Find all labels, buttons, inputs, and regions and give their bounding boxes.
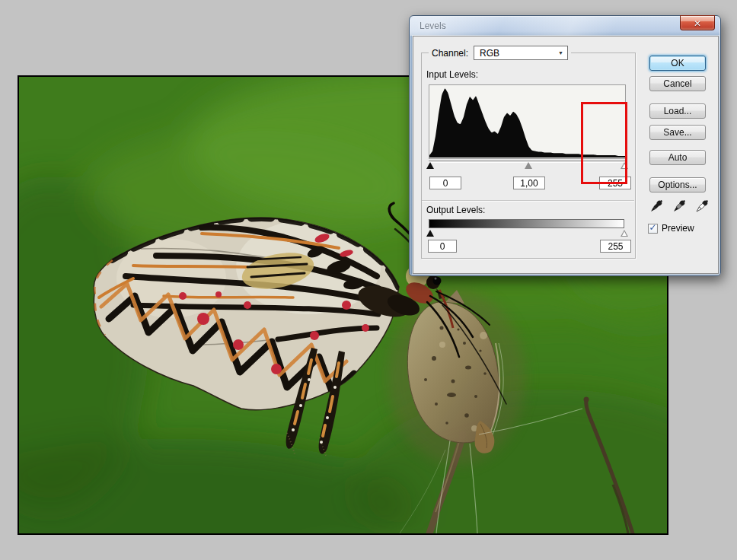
histogram-chart [429, 84, 625, 158]
channel-row: Channel: RGB ▼ [429, 46, 571, 60]
levels-dialog: Levels ✕ Channel: RGB ▼ Input Levels: [409, 15, 721, 276]
cancel-button[interactable]: Cancel [649, 76, 706, 91]
check-icon: ✓ [649, 222, 656, 233]
dialog-body: Channel: RGB ▼ Input Levels: Output Le [413, 36, 719, 274]
chevron-down-icon: ▼ [558, 50, 563, 56]
output-highlight-field[interactable] [600, 240, 631, 253]
ok-button[interactable]: OK [649, 56, 706, 71]
input-midtone-slider[interactable] [525, 162, 532, 169]
preview-label: Preview [662, 223, 694, 234]
input-shadow-field[interactable] [429, 177, 461, 189]
dialog-title: Levels [420, 21, 446, 31]
input-highlight-field[interactable] [599, 177, 631, 189]
preview-control: ✓ Preview [648, 223, 694, 234]
close-button[interactable]: ✕ [680, 15, 715, 30]
close-icon: ✕ [694, 17, 701, 30]
output-black-slider[interactable] [426, 230, 434, 237]
channel-value: RGB [480, 48, 499, 59]
white-point-eyedropper-icon[interactable] [694, 198, 710, 215]
dialog-titlebar[interactable]: Levels [410, 17, 719, 36]
input-highlight-slider[interactable] [621, 162, 628, 169]
load-button[interactable]: Load... [649, 103, 706, 119]
channel-dropdown[interactable]: RGB ▼ [474, 46, 568, 60]
output-gradient-bar [429, 219, 624, 228]
channel-label: Channel: [432, 48, 468, 59]
gray-point-eyedropper-icon[interactable] [671, 198, 688, 215]
output-shadow-field[interactable] [428, 240, 457, 253]
preview-checkbox[interactable]: ✓ [648, 224, 658, 234]
desktop-background: Levels ✕ Channel: RGB ▼ Input Levels: [0, 0, 737, 560]
options-button[interactable]: Options... [649, 177, 706, 192]
input-levels-label: Input Levels: [426, 69, 478, 80]
output-levels-label: Output Levels: [426, 205, 485, 215]
input-midtone-field[interactable] [513, 177, 545, 189]
input-histogram [429, 84, 626, 159]
histogram-area [429, 89, 625, 158]
black-point-eyedropper-icon[interactable] [648, 198, 665, 215]
auto-button[interactable]: Auto [649, 150, 706, 165]
input-shadow-slider[interactable] [426, 162, 434, 169]
save-button[interactable]: Save... [649, 125, 706, 140]
output-white-slider[interactable] [621, 230, 628, 237]
section-divider [422, 200, 634, 202]
